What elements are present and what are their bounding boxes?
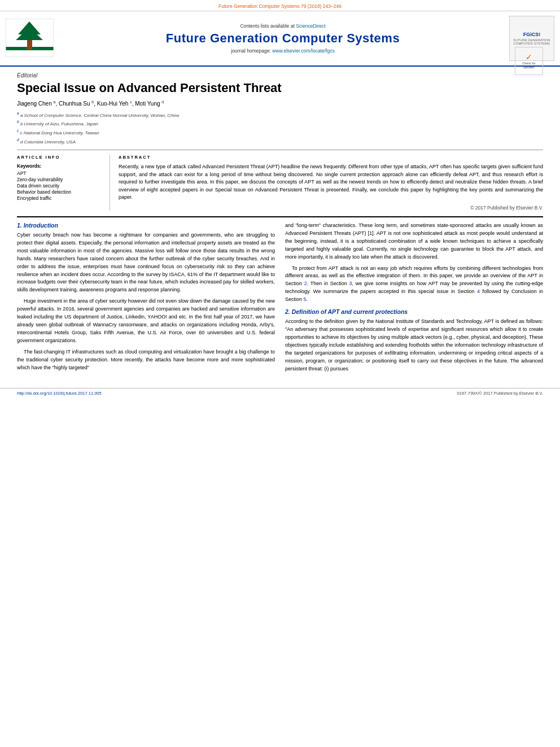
section1-body: Cyber security breach now has become a n…	[17, 231, 275, 372]
section2-body: According to the definition given by the…	[285, 318, 543, 373]
keyword-zerodav: Zero-day vulnerability	[17, 177, 104, 182]
section2-link[interactable]: 2	[304, 281, 307, 286]
affiliation-d: d d Columbia University, USA	[17, 137, 543, 146]
journal-citation: Future Generation Computer Systems 79 (2…	[218, 3, 342, 9]
journal-header: ELSEVIER Contents lists available at Sci…	[0, 11, 560, 67]
paper-title: Special Issue on Advanced Persistent Thr…	[17, 81, 509, 95]
editorial-label: Editorial	[17, 72, 543, 78]
section1-para3: The fast-changing IT infrastructures suc…	[17, 348, 275, 372]
article-info: ARTICLE INFO Keywords: APT Zero-day vuln…	[17, 155, 110, 211]
affiliation-c: c c National Dong Hua University, Taiwan	[17, 128, 543, 137]
svg-text:ELSEVIER: ELSEVIER	[19, 51, 41, 55]
section1-para2: Huge investment in the area of cyber sec…	[17, 298, 275, 345]
column-left: 1. Introduction Cyber security breach no…	[17, 222, 275, 377]
affiliation-a: a a School of Computer Science, Central …	[17, 111, 543, 119]
section4-link[interactable]: 4	[477, 289, 480, 294]
keyword-behavior: Behavior based detection	[17, 189, 104, 195]
section1-right-body: and "long-term" characteristics. These l…	[285, 222, 543, 304]
abstract-section: ABSTRACT Recently, a new type of attack …	[119, 155, 543, 211]
elsevier-logo: ELSEVIER	[6, 19, 56, 58]
abstract-text: Recently, a new type of attack called Ad…	[119, 163, 543, 202]
affiliation-b: b b University of Aizu, Fukushima, Japan	[17, 119, 543, 128]
top-bar: Future Generation Computer Systems 79 (2…	[0, 0, 560, 11]
page-footer: http://dx.doi.org/10.1016/j.future.2017.…	[0, 388, 560, 398]
abstract-header: ABSTRACT	[119, 155, 543, 160]
keyword-datasec: Data driven security	[17, 183, 104, 189]
divider-1	[17, 150, 543, 150]
section5-link[interactable]: 5	[304, 296, 307, 302]
sciencedirect-link[interactable]: ScienceDirect	[296, 23, 325, 29]
journal-title: Future Generation Computer Systems	[62, 31, 504, 46]
keywords-label: Keywords:	[17, 163, 104, 169]
section1-title: 1. Introduction	[17, 222, 275, 229]
section2-para1: According to the definition given by the…	[285, 318, 543, 373]
affiliations: a a School of Computer Science, Central …	[17, 111, 543, 146]
copyright-line: © 2017 Published by Elsevier B.V.	[119, 205, 543, 211]
journal-homepage: journal homepage: www.elsevier.com/locat…	[62, 48, 504, 54]
section1-right-para1: and "long-term" characteristics. These l…	[285, 222, 543, 261]
section2-title: 2. Definition of APT and current protect…	[285, 308, 543, 315]
section1-right-para2: To protect from APT attack is not an eas…	[285, 265, 543, 304]
keyword-apt: APT	[17, 171, 104, 176]
section1-para1: Cyber security breach now has become a n…	[17, 231, 275, 295]
article-info-header: ARTICLE INFO	[17, 155, 104, 160]
check-updates-badge: ✓ Check forupdates	[515, 47, 543, 75]
authors-line: Jiageng Chen a, Chunhua Su b, Kuo-Hui Ye…	[17, 100, 543, 107]
doi-link[interactable]: http://dx.doi.org/10.1016/j.future.2017.…	[17, 391, 102, 396]
column-right: and "long-term" characteristics. These l…	[285, 222, 543, 377]
contents-line: Contents lists available at ScienceDirec…	[62, 23, 504, 29]
article-info-abstract: ARTICLE INFO Keywords: APT Zero-day vuln…	[17, 155, 543, 211]
two-column-body: 1. Introduction Cyber security breach no…	[17, 222, 543, 377]
keyword-encrypted: Encrypted traffic	[17, 195, 104, 201]
issn-text: 0167-739X/© 2017 Published by Elsevier B…	[457, 391, 543, 396]
main-divider	[17, 216, 543, 217]
section3-link[interactable]: 3	[349, 281, 352, 286]
paper-content: Editorial Special Issue on Advanced Pers…	[0, 67, 560, 382]
journal-center: Contents lists available at ScienceDirec…	[62, 23, 504, 54]
homepage-link[interactable]: www.elsevier.com/locate/fgcs	[272, 48, 335, 54]
